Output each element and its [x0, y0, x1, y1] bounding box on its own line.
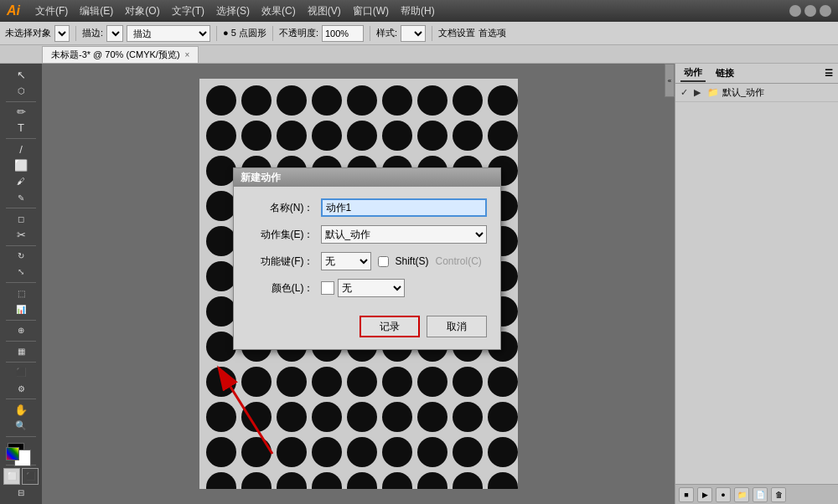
preferences-btn[interactable]: 首选项: [478, 27, 506, 39]
dialog-title-text: 新建动作: [241, 171, 281, 185]
canvas-area: 新建动作 名称(N)： 动作集(E)： 默认_动作: [42, 64, 675, 504]
new-action-btn[interactable]: 📄: [753, 487, 768, 502]
play-btn[interactable]: ▶: [697, 487, 712, 502]
paintbrush-tool[interactable]: 🖌: [3, 174, 39, 189]
actions-tab[interactable]: 动作: [680, 64, 706, 82]
preview-mode[interactable]: ⬛: [22, 468, 39, 485]
dialog-title: 新建动作: [234, 168, 500, 187]
menu-text[interactable]: 文字(T): [167, 3, 210, 20]
record-action-btn[interactable]: ●: [716, 487, 731, 502]
warp-tool[interactable]: ⬚: [3, 285, 39, 301]
tool-separator-6: [6, 320, 36, 321]
record-label: 记录: [380, 320, 400, 334]
new-set-btn[interactable]: 📁: [734, 487, 749, 502]
document-tab[interactable]: 未标题-3* @ 70% (CMYK/预览) ×: [42, 46, 199, 63]
stroke-dropdown[interactable]: [106, 25, 123, 42]
ai-logo: Ai: [7, 3, 20, 18]
style-dropdown[interactable]: [401, 25, 426, 42]
menu-window[interactable]: 窗口(W): [348, 3, 394, 20]
view-mode-buttons: ⬜ ⬛: [3, 468, 39, 485]
no-selection-label: 未选择对象: [5, 27, 51, 39]
color-boxes: [6, 441, 36, 460]
minimize-button[interactable]: [789, 5, 801, 17]
tool-separator-2: [6, 138, 36, 139]
stroke-style-dropdown[interactable]: 描边: [127, 25, 210, 42]
action-item-default: ✓ ▶ 📁 默认_动作: [675, 84, 838, 102]
selection-tool[interactable]: ↖: [3, 67, 39, 82]
cancel-button[interactable]: 取消: [427, 316, 487, 337]
rect-tool[interactable]: ⬜: [3, 157, 39, 172]
links-tab[interactable]: 链接: [712, 65, 737, 81]
action-folder-icon: 📁: [707, 87, 719, 98]
stop-playback-btn[interactable]: ■: [679, 487, 694, 502]
symbol-tool[interactable]: ⊕: [3, 322, 39, 337]
slice-tool[interactable]: ⚙: [3, 381, 39, 396]
maximize-button[interactable]: [804, 5, 816, 17]
doc-settings-btn[interactable]: 文档设置: [438, 27, 475, 39]
modal-overlay: 新建动作 名称(N)： 动作集(E)： 默认_动作: [42, 64, 675, 504]
fkey-dropdown[interactable]: 无: [321, 252, 371, 270]
normal-view[interactable]: ⬜: [3, 468, 20, 485]
main-area: ↖ ⬡ ✏ T / ⬜ 🖌 ✎ ◻ ✂ ↻ ⤡ ⬚ 📊 ⊕ ▦ ⬛ ⚙ ✋ 🔍: [0, 64, 838, 504]
set-dropdown[interactable]: 默认_动作: [321, 225, 487, 244]
menu-file[interactable]: 文件(F): [30, 3, 73, 20]
color-dropdown[interactable]: 无: [338, 279, 405, 297]
artboard-tool[interactable]: ⬛: [3, 365, 39, 380]
color-swatch[interactable]: [6, 447, 19, 460]
tool-separator-4: [6, 245, 36, 246]
pen-tool[interactable]: ✏: [3, 104, 39, 119]
dialog-body: 名称(N)： 动作集(E)： 默认_动作 功能键(F)： 无: [234, 187, 500, 309]
name-row: 名称(N)：: [247, 198, 487, 217]
menu-help[interactable]: 帮助(H): [396, 3, 440, 20]
color-row: 颜色(L)： 无: [247, 279, 487, 297]
direct-selection-tool[interactable]: ⬡: [3, 83, 39, 98]
toolbar-separator: [75, 26, 76, 41]
fkey-label: 功能键(F)：: [247, 255, 314, 269]
type-tool[interactable]: T: [3, 121, 39, 136]
dots-label: ● 5 点圆形: [223, 27, 266, 39]
menu-effect[interactable]: 效果(C): [256, 3, 301, 20]
menu-view[interactable]: 视图(V): [303, 3, 346, 20]
change-screen-mode[interactable]: ⊟: [3, 486, 39, 501]
color-label: 颜色(L)：: [247, 281, 314, 296]
scissors-tool[interactable]: ✂: [3, 227, 39, 242]
panel-tabs: 动作 链接 ☰: [675, 64, 838, 84]
panel-menu-icon[interactable]: ☰: [825, 68, 833, 79]
fkey-row: 功能键(F)： 无 Shift(S) Control(C): [247, 252, 487, 270]
menu-edit[interactable]: 编辑(E): [75, 3, 118, 20]
tool-separator: [6, 101, 36, 102]
record-button[interactable]: 记录: [360, 316, 420, 337]
control-label: Control(C): [436, 255, 482, 267]
actions-panel-content: ✓ ▶ 📁 默认_动作: [675, 84, 838, 484]
tool-separator-7: [6, 341, 36, 342]
tab-bar: 未标题-3* @ 70% (CMYK/预览) ×: [0, 45, 838, 64]
opacity-input[interactable]: [322, 25, 364, 42]
zoom-tool[interactable]: 🔍: [3, 418, 39, 433]
eraser-tool[interactable]: ◻: [3, 211, 39, 226]
tool-separator-9: [6, 399, 36, 399]
column-graph-tool[interactable]: ▦: [3, 343, 39, 358]
name-input[interactable]: [321, 198, 487, 217]
menu-select[interactable]: 选择(S): [211, 3, 255, 20]
set-row: 动作集(E)： 默认_动作: [247, 225, 487, 244]
color-preview: [321, 281, 334, 295]
line-tool[interactable]: /: [3, 141, 39, 157]
window-controls: [789, 5, 831, 17]
name-label: 名称(N)：: [247, 201, 314, 215]
tab-close-icon[interactable]: ×: [185, 50, 190, 59]
set-label: 动作集(E)：: [247, 228, 314, 242]
close-button[interactable]: [820, 5, 831, 17]
pencil-tool[interactable]: ✎: [3, 190, 39, 205]
rotate-tool[interactable]: ↻: [3, 248, 39, 263]
graph-tool[interactable]: 📊: [3, 301, 39, 316]
selection-dropdown[interactable]: [54, 25, 70, 42]
scale-tool[interactable]: ⤡: [3, 265, 39, 280]
tool-separator-8: [6, 362, 36, 363]
toolbar-separator-3: [272, 26, 273, 41]
hand-tool[interactable]: ✋: [3, 402, 39, 417]
delete-btn[interactable]: 🗑: [771, 487, 786, 502]
action-expand-arrow[interactable]: ▶: [694, 87, 704, 98]
shift-label: Shift(S): [396, 255, 429, 267]
shift-checkbox[interactable]: [378, 256, 389, 267]
menu-object[interactable]: 对象(O): [120, 3, 164, 20]
